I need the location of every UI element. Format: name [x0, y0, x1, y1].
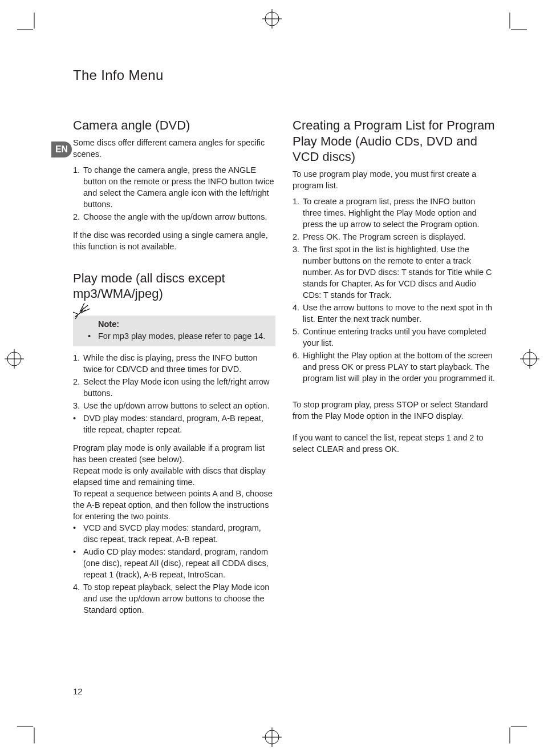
list-text: Use the up/down arrow buttons to select … [83, 400, 275, 411]
heading-camera-angle: Camera angle (DVD) [73, 118, 275, 134]
list-item: 6. Highlight the Play option at the bott… [293, 350, 495, 384]
bullet-icon [73, 413, 83, 435]
program-list-para2: If you want to cancel the list, repeat s… [293, 432, 495, 455]
list-item: VCD and SVCD play modes: standard, progr… [73, 522, 275, 545]
program-list-intro: To use program play mode, you must first… [293, 168, 495, 191]
list-text: While the disc is playing, press the INF… [83, 352, 275, 375]
list-item: 2. Choose the angle with the up/down arr… [73, 211, 275, 223]
list-number: 1. [73, 164, 83, 210]
list-number: 5. [293, 326, 303, 349]
list-text: To change the camera angle, press the AN… [83, 164, 275, 210]
list-number: 3. [73, 400, 83, 411]
program-list-para1: To stop program play, press STOP or sele… [293, 399, 495, 422]
crop-mark-tr [504, 13, 527, 35]
list-text: Continue entering tracks until you have … [303, 326, 495, 349]
list-number: 4. [293, 302, 303, 325]
list-item: 1. To create a program list, press the I… [293, 196, 495, 230]
list-item: 4. To stop repeat playback, select the P… [73, 581, 275, 616]
list-item: 1. To change the camera angle, press the… [73, 164, 275, 210]
bullet-icon [73, 546, 83, 580]
list-text: Press OK. The Program screen is displaye… [303, 231, 495, 242]
list-number: 1. [293, 196, 303, 230]
list-number: 2. [73, 376, 83, 399]
registration-mark-top [262, 9, 282, 29]
list-number: 4. [73, 581, 83, 616]
page-title: The Info Menu [73, 67, 495, 83]
list-item: 5. Continue entering tracks until you ha… [293, 326, 495, 349]
list-text: To stop repeat playback, select the Play… [83, 581, 275, 616]
list-text: To create a program list, press the INFO… [303, 196, 495, 230]
play-mode-para3: To repeat a sequence between points A an… [73, 488, 275, 522]
list-item: DVD play modes: standard, program, A-B r… [73, 413, 275, 435]
registration-mark-bottom [262, 727, 282, 747]
list-number: 3. [293, 244, 303, 301]
list-item: 3. Use the up/down arrow buttons to sele… [73, 400, 275, 411]
language-badge: EN [51, 142, 72, 157]
play-mode-para2: Repeat mode is only available with discs… [73, 465, 275, 488]
list-item: 4. Use the arrow buttons to move to the … [293, 302, 495, 325]
right-column: Creating a Program List for Program Play… [293, 118, 495, 617]
crop-mark-bl [17, 721, 40, 743]
crop-mark-tl [17, 13, 40, 35]
list-number: 2. [293, 231, 303, 242]
note-box: Note: For mp3 play modes, please refer t… [73, 316, 275, 346]
note-text: For mp3 play modes, please refer to page… [98, 330, 270, 342]
list-text: Choose the angle with the up/down arrow … [83, 211, 275, 223]
list-text: Use the arrow buttons to move to the nex… [303, 302, 495, 325]
list-text: Select the Play Mode icon using the left… [83, 376, 275, 399]
registration-mark-left [5, 349, 24, 369]
list-text: DVD play modes: standard, program, A-B r… [83, 413, 275, 435]
bullet-icon [73, 522, 83, 545]
list-text: Audio CD play modes: standard, program, … [83, 546, 275, 580]
list-text: Highlight the Play option at the bottom … [303, 350, 495, 384]
left-column: Camera angle (DVD) Some discs offer diff… [73, 118, 275, 617]
manual-page: EN The Info Menu Camera angle (DVD) Some… [0, 0, 544, 756]
list-text: VCD and SVCD play modes: standard, progr… [83, 522, 275, 545]
content-area: EN The Info Menu Camera angle (DVD) Some… [73, 67, 495, 706]
list-item: 2. Select the Play Mode icon using the l… [73, 376, 275, 399]
note-bullet: For mp3 play modes, please refer to page… [88, 330, 270, 342]
list-item: Audio CD play modes: standard, program, … [73, 546, 275, 580]
note-hand-icon [70, 300, 94, 324]
heading-program-list: Creating a Program List for Program Play… [293, 118, 495, 165]
list-item: 2. Press OK. The Program screen is displ… [293, 231, 495, 242]
list-item: 3. The first spot in the list is highlig… [293, 244, 495, 301]
list-number: 6. [293, 350, 303, 384]
page-number: 12 [73, 686, 83, 696]
heading-play-mode: Play mode (all discs except mp3/WMA/jpeg… [73, 270, 275, 302]
note-label: Note: [98, 320, 119, 329]
camera-angle-outro: If the disc was recorded using a single … [73, 229, 275, 252]
list-item: 1. While the disc is playing, press the … [73, 352, 275, 375]
crop-mark-br [504, 721, 527, 743]
list-number: 1. [73, 352, 83, 375]
bullet-icon [88, 330, 98, 342]
camera-angle-intro: Some discs offer different camera angles… [73, 137, 275, 160]
list-number: 2. [73, 211, 83, 223]
two-column-layout: Camera angle (DVD) Some discs offer diff… [73, 118, 495, 617]
list-text: The first spot in the list is highlighte… [303, 244, 495, 301]
registration-mark-right [520, 349, 539, 369]
play-mode-para1: Program play mode is only available if a… [73, 442, 275, 465]
